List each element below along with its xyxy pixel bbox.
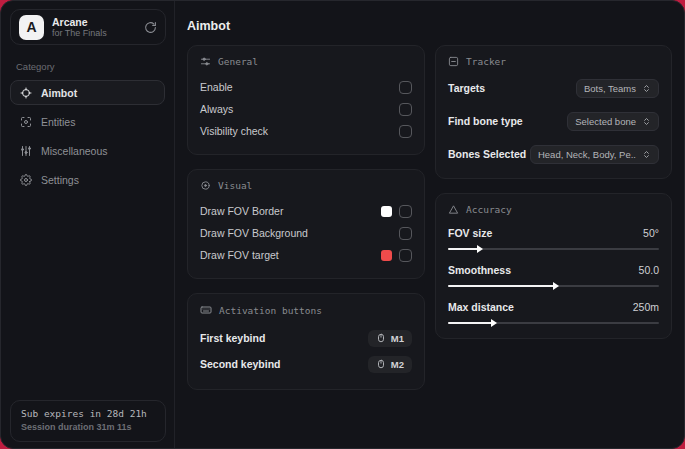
keyboard-icon — [200, 304, 212, 316]
sidebar-item-miscellaneous[interactable]: Miscellaneous — [10, 138, 165, 163]
refresh-icon[interactable] — [144, 21, 157, 34]
visual-focus-icon — [200, 180, 211, 191]
max-distance-slider-group: Max distance 250m — [448, 298, 659, 324]
session-duration-text: Session duration 31m 11s — [21, 421, 155, 434]
second-keybind-button[interactable]: M2 — [368, 356, 412, 373]
enable-checkbox[interactable] — [399, 81, 412, 94]
setting-row-bones-selected: Bones Selected Head, Neck, Body, Pe.. — [448, 142, 659, 166]
setting-row-fov-target: Draw FOV target — [200, 244, 412, 266]
setting-label: Draw FOV Background — [200, 227, 308, 239]
setting-label: First keybind — [200, 332, 265, 344]
always-checkbox[interactable] — [399, 103, 412, 116]
select-value: Head, Neck, Body, Pe.. — [538, 149, 636, 160]
setting-label: Bones Selected — [448, 148, 526, 160]
select-chevrons-icon — [642, 84, 651, 93]
app-subtitle: for The Finals — [52, 28, 136, 38]
setting-row-first-keybind: First keybind M1 — [200, 325, 412, 351]
fov-border-checkbox[interactable] — [399, 205, 412, 218]
category-label: Category — [16, 61, 174, 72]
accuracy-card: Accuracy FOV size 50° — [435, 193, 672, 339]
fov-border-color-swatch[interactable] — [381, 206, 392, 217]
select-chevrons-icon — [642, 117, 651, 126]
setting-row-always: Always — [200, 98, 412, 120]
sidebar-item-label: Miscellaneous — [41, 145, 108, 157]
card-title: Tracker — [466, 56, 506, 67]
accuracy-delta-icon — [448, 204, 459, 215]
visual-card: Visual Draw FOV Border Draw FOV Backgrou… — [187, 169, 425, 279]
tracker-frame-icon — [448, 56, 459, 67]
sidebar-item-aimbot[interactable]: Aimbot — [10, 80, 165, 105]
setting-row-visibility-check: Visibility check — [200, 120, 412, 142]
gear-icon — [20, 174, 32, 186]
setting-label: Find bone type — [448, 115, 523, 127]
setting-label: Max distance — [448, 301, 514, 313]
setting-label: Visibility check — [200, 125, 268, 137]
slider-value: 250m — [633, 301, 659, 313]
setting-label: Smoothness — [448, 264, 511, 276]
first-keybind-button[interactable]: M1 — [368, 330, 412, 347]
keybind-value: M2 — [391, 359, 404, 370]
slider-thumb[interactable] — [553, 282, 559, 290]
sidebar-item-label: Entities — [41, 116, 75, 128]
tracker-card: Tracker Targets Bots, Teams — [435, 45, 672, 179]
general-card: General Enable Always Visibility check — [187, 45, 425, 155]
setting-row-targets: Targets Bots, Teams — [448, 76, 659, 100]
entities-icon — [20, 116, 32, 128]
sidebar-item-entities[interactable]: Entities — [10, 109, 165, 134]
smoothness-slider-group: Smoothness 50.0 — [448, 261, 659, 287]
card-title: Activation buttons — [219, 305, 322, 316]
app-logo: A — [19, 15, 44, 40]
setting-label: Enable — [200, 81, 233, 93]
sidebar: A Arcane for The Finals Category Aimbot — [1, 1, 175, 448]
sliders-icon — [20, 145, 32, 157]
bones-selected-select[interactable]: Head, Neck, Body, Pe.. — [530, 145, 659, 164]
targets-select[interactable]: Bots, Teams — [576, 79, 659, 98]
setting-row-second-keybind: Second keybind M2 — [200, 351, 412, 377]
keybind-value: M1 — [391, 333, 404, 344]
setting-row-enable: Enable — [200, 76, 412, 98]
setting-label: Draw FOV Border — [200, 205, 283, 217]
main-content: Aimbot General Enable — [175, 1, 685, 448]
setting-label: Targets — [448, 82, 485, 94]
app-window: A Arcane for The Finals Category Aimbot — [0, 0, 685, 449]
setting-row-fov-border: Draw FOV Border — [200, 200, 412, 222]
fov-size-slider[interactable] — [448, 248, 659, 250]
page-title: Aimbot — [187, 19, 672, 33]
setting-label: Second keybind — [200, 358, 281, 370]
setting-label: Draw FOV target — [200, 249, 279, 261]
find-bone-type-select[interactable]: Selected bone — [567, 112, 659, 131]
slider-thumb[interactable] — [491, 319, 497, 327]
card-title: Visual — [218, 180, 252, 191]
fov-background-checkbox[interactable] — [399, 227, 412, 240]
activation-card: Activation buttons First keybind M1 — [187, 293, 425, 390]
slider-value: 50° — [643, 227, 659, 239]
mouse-icon — [376, 359, 386, 369]
select-chevrons-icon — [642, 150, 651, 159]
select-value: Bots, Teams — [584, 83, 636, 94]
slider-value: 50.0 — [639, 264, 659, 276]
setting-row-fov-background: Draw FOV Background — [200, 222, 412, 244]
card-title: General — [218, 56, 258, 67]
app-header: A Arcane for The Finals — [10, 9, 166, 45]
slider-thumb[interactable] — [477, 245, 483, 253]
fov-target-checkbox[interactable] — [399, 249, 412, 262]
setting-row-find-bone-type: Find bone type Selected bone — [448, 109, 659, 133]
crosshair-icon — [20, 87, 32, 99]
setting-label: Always — [200, 103, 233, 115]
select-value: Selected bone — [575, 116, 636, 127]
visibility-check-checkbox[interactable] — [399, 125, 412, 138]
smoothness-slider[interactable] — [448, 285, 659, 287]
mouse-icon — [376, 333, 386, 343]
sub-expiry-text: Sub expires in 28d 21h — [21, 407, 155, 421]
setting-label: FOV size — [448, 227, 492, 239]
sidebar-item-label: Settings — [41, 174, 79, 186]
max-distance-slider[interactable] — [448, 322, 659, 324]
fov-target-color-swatch[interactable] — [381, 250, 392, 261]
sidebar-item-label: Aimbot — [41, 87, 77, 99]
subscription-info: Sub expires in 28d 21h Session duration … — [10, 400, 166, 442]
general-sliders-icon — [200, 56, 211, 67]
fov-size-slider-group: FOV size 50° — [448, 224, 659, 250]
app-name: Arcane — [52, 16, 136, 28]
card-title: Accuracy — [466, 204, 512, 215]
sidebar-item-settings[interactable]: Settings — [10, 167, 165, 192]
